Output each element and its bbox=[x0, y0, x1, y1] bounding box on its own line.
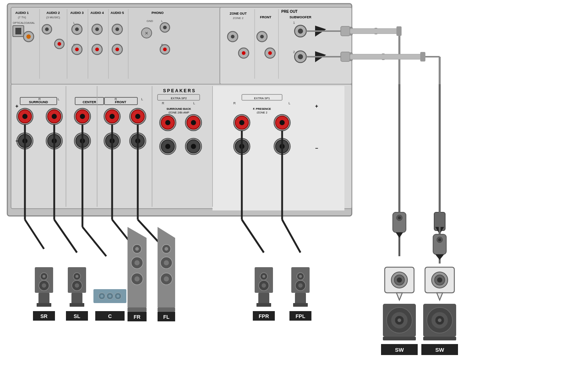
surround-back-l-label: L bbox=[193, 101, 195, 105]
front-preout-l-inner bbox=[260, 35, 264, 38]
subwoofer-preout-label: SUBWOOFER bbox=[289, 15, 311, 19]
zone-out-title: ZONE OUT bbox=[230, 12, 247, 15]
front-preout-r-inner bbox=[268, 51, 272, 55]
subwoofer-port1-label: 1 bbox=[293, 21, 295, 25]
rca-cable1 bbox=[350, 29, 398, 34]
c-driver2-inner bbox=[108, 295, 111, 298]
audio3-r-inner bbox=[75, 48, 79, 51]
audio3-l-label: L bbox=[73, 21, 75, 25]
fr-mid-inner bbox=[134, 260, 140, 265]
zone-out-l-inner bbox=[231, 35, 234, 38]
center-label: CENTER bbox=[82, 100, 96, 104]
presence-r-label: R bbox=[233, 101, 236, 105]
sr-base bbox=[37, 303, 51, 307]
extrasp1-label: EXTRA SP1 bbox=[254, 97, 270, 100]
audio4-r-inner bbox=[95, 48, 99, 51]
audio4-label: AUDIO 4 bbox=[90, 11, 104, 15]
sb-l-post-center bbox=[191, 120, 196, 125]
sw1-connector-pin bbox=[398, 216, 401, 219]
sw1-bottom bbox=[383, 337, 416, 340]
fl-woofer-inner bbox=[164, 276, 169, 281]
sw2-input-center bbox=[437, 277, 442, 283]
sr-woofer-inner bbox=[42, 283, 46, 288]
fpl-label: FPL bbox=[296, 313, 306, 319]
audio2-r-rca-inner bbox=[58, 42, 61, 46]
sw2-label: SW bbox=[435, 347, 444, 353]
fpr-tweeter-inner bbox=[262, 275, 265, 278]
audio1-label: AUDIO 1 bbox=[15, 11, 29, 15]
surround-r-post-center bbox=[22, 114, 27, 119]
surround-label: SURROUND bbox=[29, 100, 48, 104]
minus-label-right: − bbox=[315, 145, 318, 151]
fr-woofer-inner bbox=[134, 276, 140, 281]
optical-port-inner bbox=[15, 28, 21, 34]
diagram-wrapper: AUDIO 1 (7 TV) OPTICAL COAXIAL AUDIO 2 (… bbox=[0, 0, 580, 392]
rca-plug1-end bbox=[396, 26, 402, 36]
front-r-post-center bbox=[110, 114, 115, 119]
sl-base bbox=[70, 303, 84, 307]
front-l-post-center bbox=[135, 114, 140, 119]
sr-tweeter-inner bbox=[43, 275, 45, 278]
presence-label: F. PRESENCE bbox=[253, 107, 271, 111]
sl-woofer-inner bbox=[75, 283, 79, 288]
zone-out-r-inner bbox=[242, 51, 245, 55]
c-driver3-inner bbox=[117, 295, 119, 298]
preout-title: PRE OUT bbox=[281, 10, 298, 14]
fl-tower-base bbox=[158, 307, 175, 312]
fpl-stand bbox=[295, 293, 306, 304]
audio5-l-inner bbox=[115, 27, 119, 31]
front-label: FRONT bbox=[115, 100, 126, 104]
surround-back-label: SURROUND BACK bbox=[166, 107, 191, 111]
phono-l-inner bbox=[163, 26, 167, 29]
audio3-l-inner bbox=[75, 27, 79, 31]
main-diagram: AUDIO 1 (7 TV) OPTICAL COAXIAL AUDIO 2 (… bbox=[0, 0, 580, 392]
fpl-woofer-inner bbox=[298, 283, 303, 288]
coaxial-label: COAXIAL bbox=[24, 22, 35, 24]
sr-label: SR bbox=[40, 313, 47, 319]
extrasp2-label: EXTRA SP2 bbox=[171, 97, 187, 100]
fpr-base bbox=[256, 303, 271, 307]
audio3-label: AUDIO 3 bbox=[70, 11, 84, 15]
rca-cable2 bbox=[350, 54, 421, 59]
minus-label-left: − bbox=[15, 138, 18, 144]
fr-tweeter-inner bbox=[135, 247, 139, 251]
subwoofer-port2-inner bbox=[298, 54, 303, 59]
phono-label: PHONO bbox=[151, 11, 163, 15]
fpr-stand bbox=[258, 293, 269, 304]
subwoofer-port2-label: 2 bbox=[293, 50, 295, 54]
zone2-label: ZONE 2 bbox=[233, 16, 244, 20]
audio1-sublabel: (7 TV) bbox=[18, 16, 26, 19]
sl-stand bbox=[71, 293, 82, 304]
surround-back-sublabel: /ZONE 2/BI-AMP bbox=[168, 111, 189, 114]
surround-l-label: L bbox=[58, 97, 59, 101]
audio2-l-rca-inner bbox=[45, 27, 49, 31]
sr-stand bbox=[38, 293, 49, 304]
coaxial-rca-inner bbox=[26, 34, 31, 39]
sw1-label: SW bbox=[395, 347, 404, 353]
front-l-label: L bbox=[141, 97, 143, 101]
c-label: C bbox=[108, 313, 112, 319]
phono-r-inner bbox=[163, 48, 167, 51]
sl-label: SL bbox=[74, 313, 80, 319]
plus-label-right: + bbox=[315, 103, 318, 109]
audio5-r-inner bbox=[115, 48, 119, 51]
phono-l-label: L bbox=[161, 19, 163, 23]
fl-tweeter-inner bbox=[165, 247, 168, 251]
sb-r-post-center bbox=[165, 120, 170, 125]
gnd-label: GND bbox=[147, 19, 153, 23]
fpl-base bbox=[293, 303, 308, 307]
sw2-bottom bbox=[423, 337, 456, 340]
sb-l-neg-center bbox=[191, 144, 196, 149]
sw2-connector-pin bbox=[438, 238, 441, 241]
front-preout-label: FRONT bbox=[260, 15, 271, 19]
fpl-tweeter-inner bbox=[299, 275, 302, 278]
audio5-label: AUDIO 5 bbox=[111, 11, 124, 15]
center-r-post-center bbox=[80, 114, 85, 119]
sw1-input-center bbox=[397, 277, 402, 283]
fr-tower-base bbox=[128, 307, 147, 312]
sw1-dust-cap bbox=[398, 318, 401, 322]
fl-mid-inner bbox=[164, 260, 169, 265]
rca-plug1-body bbox=[341, 26, 350, 36]
surround-back-r-label: R bbox=[162, 101, 165, 105]
pres-r-post-center bbox=[239, 120, 244, 125]
